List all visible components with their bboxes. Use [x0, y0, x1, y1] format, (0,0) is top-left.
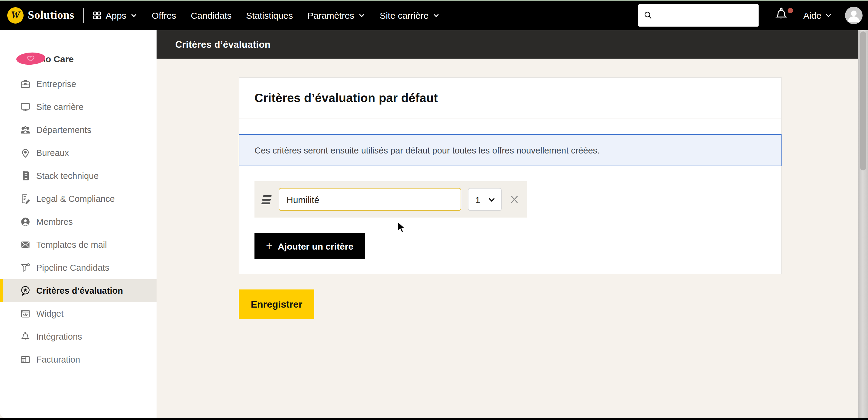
brand-logo[interactable]: W Solutions: [7, 7, 74, 23]
nav-item-label: Apps: [106, 10, 126, 20]
top-navigation-bar: W Solutions Apps Offres Candidats Statis…: [0, 0, 868, 30]
sidebar-item-facturation[interactable]: Facturation: [0, 348, 157, 371]
nav-item-candidats[interactable]: Candidats: [191, 10, 231, 20]
criterion-weight-select[interactable]: 1: [468, 188, 502, 211]
sidebar-item-integrations[interactable]: Intégrations: [0, 325, 157, 348]
server-stack-icon: [20, 170, 31, 181]
nav-item-label: Candidats: [191, 10, 231, 20]
briefcase-icon: [20, 78, 31, 90]
nav-item-parametres[interactable]: Paramètres: [307, 10, 365, 20]
save-button[interactable]: Enregistrer: [239, 289, 314, 319]
criterion-row: 1: [254, 181, 527, 218]
unread-notification-dot: [787, 8, 793, 13]
sidebar-item-label: Départements: [36, 125, 91, 135]
card-title: Critères d’évaluation par défaut: [254, 91, 766, 105]
nav-item-site-carriere[interactable]: Site carrière: [380, 10, 439, 20]
sidebar-item-label: Widget: [36, 309, 63, 319]
wttj-logo-icon: W: [7, 7, 24, 23]
plus-icon: +: [266, 240, 272, 251]
sidebar-item-departements[interactable]: Départements: [0, 119, 157, 141]
info-banner: Ces critères seront ensuite utilisés par…: [239, 134, 781, 166]
sidebar-item-membres[interactable]: Membres: [0, 210, 157, 233]
funnel-plus-icon: [20, 262, 31, 273]
nav-items: Apps Offres Candidats Statistiques Param…: [92, 10, 440, 20]
sidebar-item-entreprise[interactable]: Entreprise: [0, 72, 157, 95]
sidebar-item-label: Intégrations: [36, 332, 82, 342]
page-header-bar: Critères d’évaluation: [157, 30, 858, 59]
sidebar-item-criteres-evaluation[interactable]: Critères d’évaluation: [0, 279, 157, 302]
people-icon: [20, 125, 31, 135]
sidebar-item-site-carriere[interactable]: Site carrière: [0, 95, 157, 119]
search-box[interactable]: [638, 4, 758, 26]
close-icon: [509, 195, 519, 204]
remove-criterion-button[interactable]: [508, 193, 521, 205]
nav-divider: [84, 7, 84, 23]
sidebar-item-label: Facturation: [36, 355, 80, 364]
sidebar-item-label: Templates de mail: [36, 240, 107, 250]
settings-sidebar: mo Care Entreprise Site carrière Départe…: [0, 30, 157, 418]
add-criterion-button[interactable]: + Ajouter un critère: [254, 233, 365, 259]
chevron-down-icon: [433, 12, 439, 19]
nav-item-label: Site carrière: [380, 10, 429, 20]
criteria-card: Critères d’évaluation par défaut Ces cri…: [239, 77, 781, 274]
chevron-down-icon: [130, 12, 137, 19]
credit-card-icon: [20, 354, 31, 365]
main-content: Critères d’évaluation Critères d’évaluat…: [157, 30, 868, 420]
nav-item-label: Statistiques: [246, 10, 293, 20]
sidebar-item-label: Membres: [36, 217, 73, 227]
search-input[interactable]: [656, 10, 754, 20]
sidebar-item-legal-compliance[interactable]: Legal & Compliance: [0, 187, 157, 210]
bell-icon: [774, 7, 788, 22]
info-banner-text: Ces critères seront ensuite utilisés par…: [254, 146, 600, 155]
star-bubble-icon: [20, 285, 31, 296]
sidebar-item-label: Bureaux: [36, 148, 69, 158]
sidebar-item-label: Site carrière: [36, 102, 84, 112]
notifications-button[interactable]: [774, 7, 789, 23]
brand-name: Solutions: [28, 8, 74, 22]
sidebar-item-pipeline-candidats[interactable]: Pipeline Candidats: [0, 256, 157, 279]
weight-value: 1: [475, 194, 480, 204]
chevron-down-icon: [825, 12, 832, 19]
sidebar-item-stack-technique[interactable]: Stack technique: [0, 164, 157, 187]
sidebar-item-widget[interactable]: Widget: [0, 302, 157, 325]
sidebar-item-label: Entreprise: [36, 79, 76, 89]
app-window: W Solutions Apps Offres Candidats Statis…: [0, 0, 868, 420]
company-row: mo Care: [0, 50, 157, 68]
window-bottom-strip: [0, 418, 868, 420]
add-criterion-label: Ajouter un critère: [278, 241, 353, 251]
avatar-silhouette-icon: [845, 6, 863, 24]
chevron-down-icon: [359, 12, 365, 19]
sidebar-item-templates-de-mail[interactable]: Templates de mail: [0, 233, 157, 256]
user-avatar[interactable]: [845, 6, 863, 24]
apps-grid-icon: [92, 10, 101, 20]
sidebar-item-label: Critères d’évaluation: [36, 286, 123, 295]
vertical-scrollbar[interactable]: [858, 30, 868, 420]
criterion-name-input[interactable]: [279, 188, 461, 211]
member-circle-icon: [20, 216, 31, 227]
drag-handle-icon[interactable]: [259, 193, 274, 206]
mail-icon: [20, 239, 31, 250]
nav-item-offres[interactable]: Offres: [152, 10, 176, 20]
nav-item-apps[interactable]: Apps: [92, 10, 137, 20]
scrollbar-thumb[interactable]: [860, 31, 866, 170]
sidebar-item-bureaux[interactable]: Bureaux: [0, 141, 157, 164]
page-title: Critères d’évaluation: [175, 39, 271, 50]
logo-letter: W: [11, 9, 20, 21]
sidebar-item-label: Legal & Compliance: [36, 194, 115, 204]
document-pencil-icon: [20, 193, 31, 204]
help-label: Aide: [803, 10, 822, 20]
nav-item-label: Offres: [152, 10, 176, 20]
nav-item-label: Paramètres: [307, 10, 354, 20]
page-shell: mo Care Entreprise Site carrière Départe…: [0, 30, 868, 420]
heart-doodle-icon: [24, 53, 38, 64]
nav-right-cluster: Aide: [638, 4, 868, 26]
bell-outline-icon: [20, 331, 31, 342]
monitor-icon: [20, 101, 31, 112]
nav-item-statistiques[interactable]: Statistiques: [246, 10, 293, 20]
sidebar-menu: Entreprise Site carrière Départements Bu…: [0, 72, 157, 371]
widget-code-icon: [20, 308, 31, 319]
sidebar-item-label: Pipeline Candidats: [36, 263, 110, 272]
help-menu[interactable]: Aide: [803, 10, 832, 20]
window-top-strip: [0, 0, 868, 1]
search-icon: [643, 10, 653, 20]
